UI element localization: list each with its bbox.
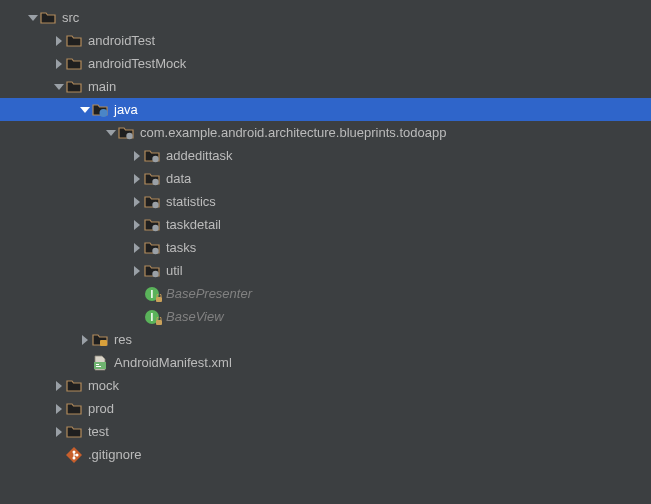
tree-label: data: [166, 171, 191, 186]
chevron-right-icon[interactable]: [78, 333, 92, 347]
tree-node-gitignore[interactable]: .gitignore: [0, 443, 651, 466]
chevron-down-icon[interactable]: [78, 103, 92, 117]
tree-node-androidTest[interactable]: androidTest: [0, 29, 651, 52]
package-folder-icon: [118, 125, 134, 141]
folder-icon: [66, 401, 82, 417]
tree-node-tasks[interactable]: tasks: [0, 236, 651, 259]
chevron-down-icon[interactable]: [52, 80, 66, 94]
package-folder-icon: [144, 194, 160, 210]
tree-node-manifest[interactable]: AndroidManifest.xml: [0, 351, 651, 374]
package-folder-icon: [144, 263, 160, 279]
lock-icon: [156, 317, 163, 326]
tree-label: statistics: [166, 194, 216, 209]
tree-label: BaseView: [166, 309, 224, 324]
chevron-down-icon[interactable]: [26, 11, 40, 25]
tree-label: tasks: [166, 240, 196, 255]
interface-icon: [144, 286, 160, 302]
source-folder-icon: [92, 102, 108, 118]
tree-node-main[interactable]: main: [0, 75, 651, 98]
tree-node-baseview[interactable]: BaseView: [0, 305, 651, 328]
tree-label: .gitignore: [88, 447, 141, 462]
tree-node-addedittask[interactable]: addedittask: [0, 144, 651, 167]
git-icon: [66, 447, 82, 463]
resource-folder-icon: [92, 332, 108, 348]
folder-icon: [66, 424, 82, 440]
interface-icon: [144, 309, 160, 325]
folder-icon: [66, 378, 82, 394]
tree-label: addedittask: [166, 148, 233, 163]
chevron-down-icon[interactable]: [104, 126, 118, 140]
project-tree[interactable]: src androidTest androidTestMock main jav…: [0, 6, 651, 466]
tree-node-mock[interactable]: mock: [0, 374, 651, 397]
tree-label: androidTestMock: [88, 56, 186, 71]
tree-label: taskdetail: [166, 217, 221, 232]
chevron-right-icon[interactable]: [130, 149, 144, 163]
chevron-right-icon[interactable]: [130, 218, 144, 232]
tree-node-statistics[interactable]: statistics: [0, 190, 651, 213]
chevron-right-icon[interactable]: [130, 241, 144, 255]
tree-label: com.example.android.architecture.bluepri…: [140, 125, 446, 140]
tree-label: test: [88, 424, 109, 439]
chevron-right-icon[interactable]: [52, 57, 66, 71]
tree-label: mock: [88, 378, 119, 393]
tree-node-test[interactable]: test: [0, 420, 651, 443]
chevron-right-icon[interactable]: [130, 195, 144, 209]
tree-label: BasePresenter: [166, 286, 252, 301]
tree-label: src: [62, 10, 79, 25]
package-folder-icon: [144, 148, 160, 164]
tree-node-data[interactable]: data: [0, 167, 651, 190]
chevron-right-icon[interactable]: [52, 425, 66, 439]
tree-node-basepresenter[interactable]: BasePresenter: [0, 282, 651, 305]
package-folder-icon: [144, 171, 160, 187]
folder-icon: [66, 56, 82, 72]
chevron-right-icon[interactable]: [52, 402, 66, 416]
folder-icon: [40, 10, 56, 26]
tree-label: AndroidManifest.xml: [114, 355, 232, 370]
tree-node-androidTestMock[interactable]: androidTestMock: [0, 52, 651, 75]
tree-label: util: [166, 263, 183, 278]
tree-label: main: [88, 79, 116, 94]
tree-node-taskdetail[interactable]: taskdetail: [0, 213, 651, 236]
tree-node-res[interactable]: res: [0, 328, 651, 351]
tree-node-prod[interactable]: prod: [0, 397, 651, 420]
chevron-right-icon[interactable]: [52, 379, 66, 393]
package-folder-icon: [144, 240, 160, 256]
chevron-right-icon[interactable]: [130, 172, 144, 186]
chevron-right-icon[interactable]: [52, 34, 66, 48]
folder-icon: [66, 33, 82, 49]
tree-label: prod: [88, 401, 114, 416]
chevron-right-icon[interactable]: [130, 264, 144, 278]
folder-icon: [66, 79, 82, 95]
tree-label: res: [114, 332, 132, 347]
tree-node-src[interactable]: src: [0, 6, 651, 29]
xml-file-icon: [92, 355, 108, 371]
package-folder-icon: [144, 217, 160, 233]
tree-node-package[interactable]: com.example.android.architecture.bluepri…: [0, 121, 651, 144]
tree-label: java: [114, 102, 138, 117]
tree-node-util[interactable]: util: [0, 259, 651, 282]
tree-node-java[interactable]: java: [0, 98, 651, 121]
tree-label: androidTest: [88, 33, 155, 48]
lock-icon: [156, 294, 163, 303]
